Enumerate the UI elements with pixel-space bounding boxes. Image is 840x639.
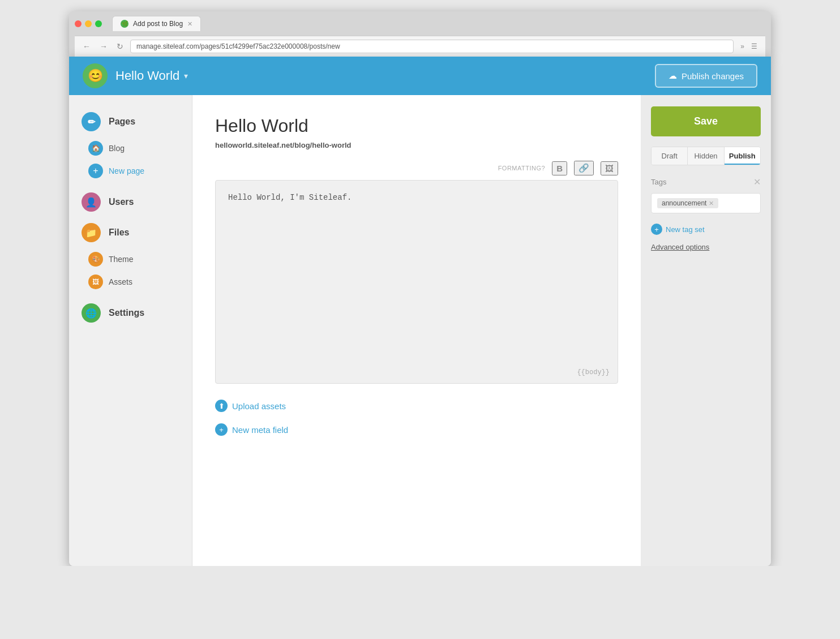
bold-button[interactable]: B bbox=[552, 161, 567, 175]
save-button[interactable]: Save bbox=[651, 106, 761, 136]
avatar-emoji: 😊 bbox=[88, 68, 103, 83]
files-icon: 📁 bbox=[82, 223, 101, 242]
users-label: Users bbox=[109, 197, 134, 207]
sidebar-item-pages[interactable]: ✏ Pages bbox=[69, 106, 192, 137]
page-url-slug: hello-world bbox=[312, 141, 351, 149]
template-hint: {{body}} bbox=[577, 368, 610, 376]
tab-favicon: 🌿 bbox=[121, 20, 128, 28]
new-page-icon: + bbox=[88, 164, 103, 178]
blog-icon: 🏠 bbox=[88, 141, 103, 156]
publish-changes-button[interactable]: ☁ Publish changes bbox=[655, 64, 757, 88]
users-icon: 👤 bbox=[82, 192, 101, 212]
back-button[interactable]: ← bbox=[80, 41, 93, 52]
tags-section: Tags ✕ announcement ✕ bbox=[651, 177, 761, 213]
sidebar-item-theme[interactable]: 🎨 Theme bbox=[82, 248, 192, 271]
editor-content: Hello World, I'm Siteleaf. bbox=[228, 193, 605, 202]
header-left: 😊 Hello World ▾ bbox=[83, 63, 188, 88]
sidebar-item-files[interactable]: 📁 Files bbox=[69, 217, 192, 248]
settings-icon: 🌐 bbox=[82, 303, 101, 323]
action-links: ⬆ Upload assets + New meta field bbox=[215, 400, 618, 436]
formatting-bar: FORMATTING? B 🔗 🖼 bbox=[215, 161, 618, 175]
close-window-button[interactable] bbox=[75, 20, 82, 27]
assets-label: Assets bbox=[109, 277, 132, 286]
page-title: Hello World bbox=[215, 115, 618, 136]
tag-chip-label: announcement bbox=[662, 199, 706, 207]
tag-chip-remove[interactable]: ✕ bbox=[709, 200, 714, 207]
page-url: helloworld.siteleaf.net/blog/hello-world bbox=[215, 141, 618, 149]
refresh-button[interactable]: ↻ bbox=[114, 41, 126, 52]
minimize-window-button[interactable] bbox=[85, 20, 92, 27]
sidebar-item-users[interactable]: 👤 Users bbox=[69, 187, 192, 217]
new-page-label: New page bbox=[109, 166, 144, 175]
add-meta-icon: + bbox=[215, 423, 228, 436]
tags-label: Tags ✕ bbox=[651, 177, 761, 187]
theme-label: Theme bbox=[109, 255, 134, 264]
bookmark-icon[interactable]: » bbox=[738, 41, 747, 52]
upload-assets-link[interactable]: ⬆ Upload assets bbox=[215, 400, 618, 412]
sidebar-item-assets[interactable]: 🖼 Assets bbox=[82, 271, 192, 293]
blog-label: Blog bbox=[109, 144, 125, 153]
new-tag-set-icon: + bbox=[651, 224, 662, 235]
theme-icon: 🎨 bbox=[88, 252, 103, 267]
site-name[interactable]: Hello World ▾ bbox=[115, 68, 188, 83]
new-meta-field-label: New meta field bbox=[232, 425, 288, 435]
tags-label-text: Tags bbox=[651, 178, 666, 186]
sidebar: ✏ Pages 🏠 Blog + New page 👤 Users 📁 bbox=[69, 95, 192, 566]
main-content: Hello World helloworld.siteleaf.net/blog… bbox=[192, 95, 641, 566]
status-tab-hidden[interactable]: Hidden bbox=[688, 147, 724, 165]
tag-chip-announcement: announcement ✕ bbox=[657, 198, 718, 208]
upload-assets-label: Upload assets bbox=[232, 401, 286, 411]
sidebar-item-settings[interactable]: 🌐 Settings bbox=[69, 298, 192, 328]
browser-tab[interactable]: 🌿 Add post to Blog ✕ bbox=[112, 16, 201, 31]
app-header: 😊 Hello World ▾ ☁ Publish changes bbox=[69, 57, 771, 95]
url-bar[interactable] bbox=[130, 40, 734, 53]
site-avatar: 😊 bbox=[83, 63, 108, 88]
upload-icon: ⬆ bbox=[215, 400, 228, 412]
new-meta-field-link[interactable]: + New meta field bbox=[215, 423, 618, 436]
new-tag-set-button[interactable]: + New tag set bbox=[651, 224, 761, 235]
advanced-options-link[interactable]: Advanced options bbox=[651, 243, 761, 251]
settings-label: Settings bbox=[109, 308, 144, 318]
image-button[interactable]: 🖼 bbox=[601, 161, 618, 175]
status-tab-draft[interactable]: Draft bbox=[652, 147, 688, 165]
new-tag-set-label: New tag set bbox=[666, 225, 705, 234]
app-body: ✏ Pages 🏠 Blog + New page 👤 Users 📁 bbox=[69, 95, 771, 566]
page-url-prefix: helloworld.siteleaf.net/blog/ bbox=[215, 141, 312, 149]
right-panel: Save Draft Hidden Publish Tags ✕ announc… bbox=[641, 95, 771, 566]
menu-icon[interactable]: ☰ bbox=[749, 41, 760, 52]
maximize-window-button[interactable] bbox=[95, 20, 102, 27]
publish-changes-label: Publish changes bbox=[682, 71, 744, 81]
assets-icon: 🖼 bbox=[88, 275, 103, 289]
sidebar-item-blog[interactable]: 🏠 Blog bbox=[82, 137, 192, 160]
status-tabs: Draft Hidden Publish bbox=[651, 147, 761, 165]
site-name-text: Hello World bbox=[115, 68, 179, 83]
link-button[interactable]: 🔗 bbox=[574, 161, 594, 175]
sidebar-item-new-page[interactable]: + New page bbox=[82, 160, 192, 182]
pages-icon: ✏ bbox=[82, 112, 101, 131]
forward-button[interactable]: → bbox=[97, 41, 110, 52]
tab-title: Add post to Blog bbox=[133, 20, 183, 28]
status-tab-publish[interactable]: Publish bbox=[725, 147, 760, 165]
tab-close-button[interactable]: ✕ bbox=[187, 20, 192, 28]
cloud-upload-icon: ☁ bbox=[668, 71, 677, 81]
tags-close-button[interactable]: ✕ bbox=[753, 177, 761, 187]
files-label: Files bbox=[109, 228, 129, 238]
tags-input[interactable]: announcement ✕ bbox=[651, 193, 761, 213]
pages-label: Pages bbox=[109, 117, 135, 127]
app-window: 😊 Hello World ▾ ☁ Publish changes ✏ Page… bbox=[69, 57, 771, 566]
formatting-label: FORMATTING? bbox=[498, 165, 546, 171]
site-dropdown-arrow[interactable]: ▾ bbox=[184, 71, 188, 80]
editor-area[interactable]: Hello World, I'm Siteleaf. {{body}} bbox=[215, 180, 618, 384]
